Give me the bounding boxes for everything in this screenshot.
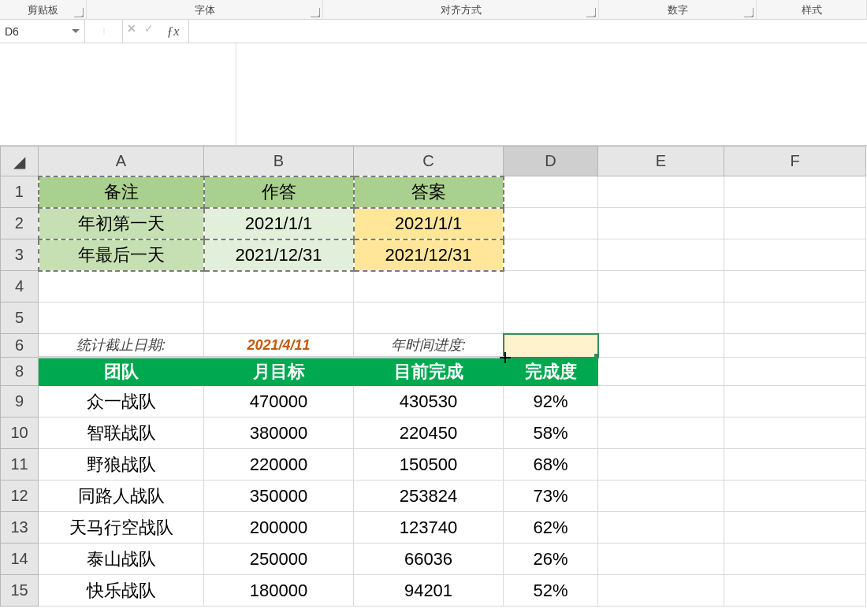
cell[interactable]: 2021/12/31 [204,239,354,271]
cell-team[interactable]: 快乐战队 [39,575,204,607]
dialog-launcher-icon[interactable] [586,8,596,17]
cell-stat-date[interactable]: 2021/4/11 [204,334,354,358]
cell[interactable] [724,449,866,481]
cell-pct[interactable]: 73% [504,481,598,512]
cell[interactable] [724,176,866,208]
column-header[interactable]: C [354,147,504,176]
enter-icon[interactable]: ✓ [140,20,158,37]
row-header[interactable]: 13 [1,512,39,544]
row-header[interactable]: 14 [1,544,39,575]
cell[interactable]: 2021/1/1 [204,208,354,239]
cell[interactable]: 年最后一天 [39,239,204,271]
cell[interactable] [39,302,204,334]
row-header[interactable]: 6 [1,334,39,358]
ribbon-group-number[interactable]: 数字 [599,0,757,20]
ribbon-group-styles[interactable]: 样式 [757,0,867,20]
cell[interactable] [724,302,866,334]
cell[interactable] [598,386,724,417]
row-header[interactable]: 3 [1,239,39,271]
cell-team[interactable]: 野狼战队 [39,449,204,481]
cell-stat-label[interactable]: 统计截止日期: [39,334,204,358]
formula-bar-expand-area[interactable] [0,43,867,146]
cell-target[interactable]: 350000 [204,481,354,512]
cell-pct[interactable]: 62% [504,512,598,544]
name-box[interactable]: D6 [0,20,85,43]
fx-icon[interactable]: ƒx [158,20,189,43]
cell[interactable] [204,271,354,302]
cell[interactable] [598,575,724,607]
cell[interactable] [204,302,354,334]
cell-team[interactable]: 泰山战队 [39,544,204,575]
cell-team[interactable]: 众一战队 [39,386,204,417]
cell-done[interactable]: 66036 [354,544,504,575]
cell-pct[interactable]: 26% [504,544,598,575]
cell-team[interactable]: 同路人战队 [39,481,204,512]
cell[interactable] [724,358,866,386]
chevron-down-icon[interactable] [70,26,81,37]
cell[interactable] [598,544,724,575]
cell-done[interactable]: 150500 [354,449,504,481]
cell-target[interactable]: 470000 [204,386,354,417]
column-header[interactable]: F [724,147,866,176]
row-header[interactable]: 12 [1,481,39,512]
cell[interactable] [724,544,866,575]
cell-done[interactable]: 430530 [354,386,504,417]
cell-target[interactable]: 200000 [204,512,354,544]
cell[interactable] [598,417,724,449]
table-header-cell[interactable]: 月目标 [204,358,354,386]
row-header[interactable]: 11 [1,449,39,481]
column-header[interactable]: D [504,147,598,176]
row-header[interactable]: 4 [1,271,39,302]
cell[interactable] [598,239,724,271]
cell-progress-label[interactable]: 年时间进度: [354,334,504,358]
dialog-launcher-icon[interactable] [744,8,754,17]
cell-pct[interactable]: 68% [504,449,598,481]
cell[interactable] [724,575,866,607]
cell[interactable] [724,417,866,449]
cell[interactable] [504,302,598,334]
cell[interactable] [724,512,866,544]
row-header[interactable]: 9 [1,386,39,417]
cell-target[interactable]: 220000 [204,449,354,481]
cell[interactable] [598,208,724,239]
cell[interactable] [724,239,866,271]
dialog-launcher-icon[interactable] [311,8,320,17]
cell-team[interactable]: 天马行空战队 [39,512,204,544]
cell[interactable] [598,481,724,512]
column-header[interactable]: B [204,147,354,176]
active-cell[interactable] [504,334,598,358]
cell[interactable] [598,358,724,386]
cell[interactable] [598,302,724,334]
cell-done[interactable]: 220450 [354,417,504,449]
column-header[interactable]: A [39,147,204,176]
ribbon-group-clipboard[interactable]: 剪贴板 [0,0,87,20]
cell[interactable]: 2021/12/31 [354,239,504,271]
cell[interactable] [598,176,724,208]
cell[interactable] [598,512,724,544]
row-header[interactable]: 8 [1,358,39,386]
cell-target[interactable]: 250000 [204,544,354,575]
cell[interactable]: 备注 [39,176,204,208]
dialog-launcher-icon[interactable] [74,8,84,17]
row-header[interactable]: 5 [1,302,39,334]
cell-team[interactable]: 智联战队 [39,417,204,449]
cell-pct[interactable]: 92% [504,386,598,417]
ribbon-group-font[interactable]: 字体 [87,0,323,20]
cell-done[interactable]: 123740 [354,512,504,544]
cell[interactable] [39,271,204,302]
cell[interactable] [504,176,598,208]
cell-pct[interactable]: 52% [504,575,598,607]
cell-target[interactable]: 180000 [204,575,354,607]
cell[interactable] [598,271,724,302]
cell[interactable] [598,334,724,358]
cell-done[interactable]: 253824 [354,481,504,512]
row-header[interactable]: 2 [1,208,39,239]
cell[interactable] [724,481,866,512]
ribbon-group-alignment[interactable]: 对齐方式 [323,0,599,20]
cell[interactable] [354,271,504,302]
cell[interactable] [504,271,598,302]
cancel-icon[interactable]: ✕ [123,20,140,37]
cell-pct[interactable]: 58% [504,417,598,449]
cell-target[interactable]: 380000 [204,417,354,449]
table-header-cell[interactable]: 团队 [39,358,204,386]
